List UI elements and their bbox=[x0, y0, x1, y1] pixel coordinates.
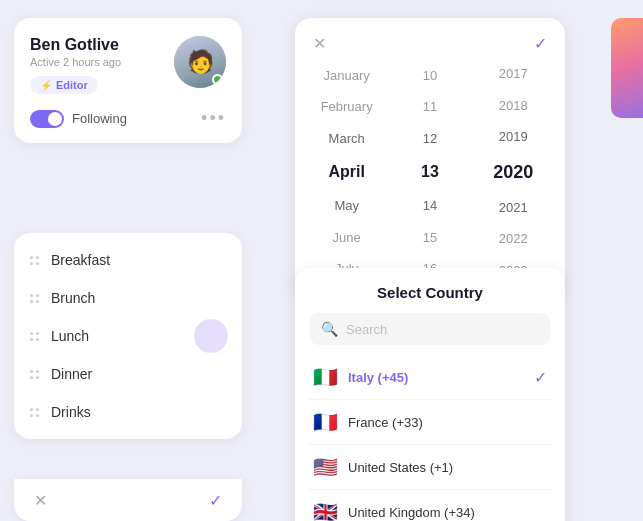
avatar: 🧑 bbox=[174, 36, 226, 88]
flag-icon: 🇺🇸 bbox=[313, 455, 338, 479]
profile-top: Ben Gotlive Active 2 hours ago ⚡ Editor … bbox=[30, 36, 226, 94]
country-name: France (+33) bbox=[348, 415, 423, 430]
drag-handle[interactable] bbox=[30, 294, 39, 303]
flag-icon: 🇬🇧 bbox=[313, 500, 338, 521]
list-item-label: Dinner bbox=[51, 366, 92, 382]
country-list: 🇮🇹 Italy (+45) ✓ 🇫🇷 France (+33) 🇺🇸 Unit… bbox=[309, 355, 551, 521]
country-name: United Kingdom (+34) bbox=[348, 505, 475, 520]
following-label: Following bbox=[72, 111, 127, 126]
date-columns: January February March April May June Ju… bbox=[305, 59, 555, 285]
country-item-us[interactable]: 🇺🇸 United States (+1) bbox=[309, 445, 551, 490]
day-item[interactable]: 15 bbox=[388, 223, 471, 253]
month-item[interactable]: June bbox=[305, 223, 388, 253]
country-name: Italy (+45) bbox=[348, 370, 408, 385]
month-item[interactable]: May bbox=[305, 191, 388, 221]
profile-name: Ben Gotlive bbox=[30, 36, 121, 54]
day-column: 10 11 12 13 14 15 16 bbox=[388, 61, 471, 284]
country-item-italy[interactable]: 🇮🇹 Italy (+45) ✓ bbox=[309, 355, 551, 400]
profile-footer: Following ••• bbox=[30, 108, 226, 129]
year-item-active[interactable]: 2020 bbox=[472, 154, 555, 191]
list-item[interactable]: Lunch bbox=[14, 317, 242, 355]
flag-icon: 🇫🇷 bbox=[313, 410, 338, 434]
year-item[interactable]: 2022 bbox=[472, 224, 555, 254]
draggable-list: Breakfast Brunch Lunch Dinner Drinks bbox=[14, 233, 242, 439]
flag-icon: 🇮🇹 bbox=[313, 365, 338, 389]
drag-indicator bbox=[194, 319, 228, 353]
badge-label: Editor bbox=[56, 79, 88, 91]
right-edge-image bbox=[611, 18, 643, 118]
search-icon: 🔍 bbox=[321, 321, 338, 337]
date-picker: ✕ ✓ January February March April May Jun… bbox=[295, 18, 565, 299]
year-item[interactable]: 2018 bbox=[472, 91, 555, 121]
month-item-active[interactable]: April bbox=[305, 155, 388, 189]
day-item[interactable]: 11 bbox=[388, 92, 471, 122]
drag-handle[interactable] bbox=[30, 408, 39, 417]
following-toggle-wrap: Following bbox=[30, 110, 127, 128]
list-item[interactable]: Breakfast bbox=[14, 241, 242, 279]
drag-handle[interactable] bbox=[30, 256, 39, 265]
month-item[interactable]: March bbox=[305, 124, 388, 154]
list-item-label: Breakfast bbox=[51, 252, 110, 268]
more-options-button[interactable]: ••• bbox=[201, 108, 226, 129]
country-item-uk[interactable]: 🇬🇧 United Kingdom (+34) bbox=[309, 490, 551, 521]
country-selector: Select Country 🔍 Search 🇮🇹 Italy (+45) ✓… bbox=[295, 268, 565, 521]
bottom-bar: ✕ ✓ bbox=[14, 479, 242, 521]
month-item[interactable]: February bbox=[305, 92, 388, 122]
toggle-knob bbox=[48, 112, 62, 126]
search-bar[interactable]: 🔍 Search bbox=[309, 313, 551, 345]
following-toggle[interactable] bbox=[30, 110, 64, 128]
bottom-confirm-button[interactable]: ✓ bbox=[209, 491, 222, 510]
list-item-label: Brunch bbox=[51, 290, 95, 306]
date-picker-close-button[interactable]: ✕ bbox=[313, 34, 326, 53]
country-name: United States (+1) bbox=[348, 460, 453, 475]
list-item-label: Lunch bbox=[51, 328, 89, 344]
day-item-active[interactable]: 13 bbox=[388, 155, 471, 189]
drag-handle[interactable] bbox=[30, 370, 39, 379]
profile-status: Active 2 hours ago bbox=[30, 56, 121, 68]
day-item[interactable]: 12 bbox=[388, 124, 471, 154]
profile-info: Ben Gotlive Active 2 hours ago ⚡ Editor bbox=[30, 36, 121, 94]
drag-handle[interactable] bbox=[30, 332, 39, 341]
profile-badge: ⚡ Editor bbox=[30, 76, 98, 94]
date-picker-confirm-button[interactable]: ✓ bbox=[534, 34, 547, 53]
year-item[interactable]: 2019 bbox=[472, 122, 555, 152]
day-item[interactable]: 14 bbox=[388, 191, 471, 221]
country-selector-title: Select Country bbox=[309, 284, 551, 301]
year-item[interactable]: 2021 bbox=[472, 193, 555, 223]
year-column: 2017 2018 2019 2020 2021 2022 2023 bbox=[472, 59, 555, 285]
date-picker-header: ✕ ✓ bbox=[305, 34, 555, 53]
search-input[interactable]: Search bbox=[346, 322, 387, 337]
badge-icon: ⚡ bbox=[40, 80, 52, 91]
month-column: January February March April May June Ju… bbox=[305, 61, 388, 284]
list-item[interactable]: Drinks bbox=[14, 393, 242, 431]
list-item[interactable]: Brunch bbox=[14, 279, 242, 317]
selected-check-icon: ✓ bbox=[534, 368, 547, 387]
profile-card: Ben Gotlive Active 2 hours ago ⚡ Editor … bbox=[14, 18, 242, 143]
list-item-label: Drinks bbox=[51, 404, 91, 420]
online-indicator bbox=[212, 74, 223, 85]
year-item[interactable]: 2017 bbox=[472, 59, 555, 89]
month-item[interactable]: January bbox=[305, 61, 388, 91]
bottom-close-button[interactable]: ✕ bbox=[34, 491, 47, 510]
country-item-france[interactable]: 🇫🇷 France (+33) bbox=[309, 400, 551, 445]
day-item[interactable]: 10 bbox=[388, 61, 471, 91]
list-item[interactable]: Dinner bbox=[14, 355, 242, 393]
